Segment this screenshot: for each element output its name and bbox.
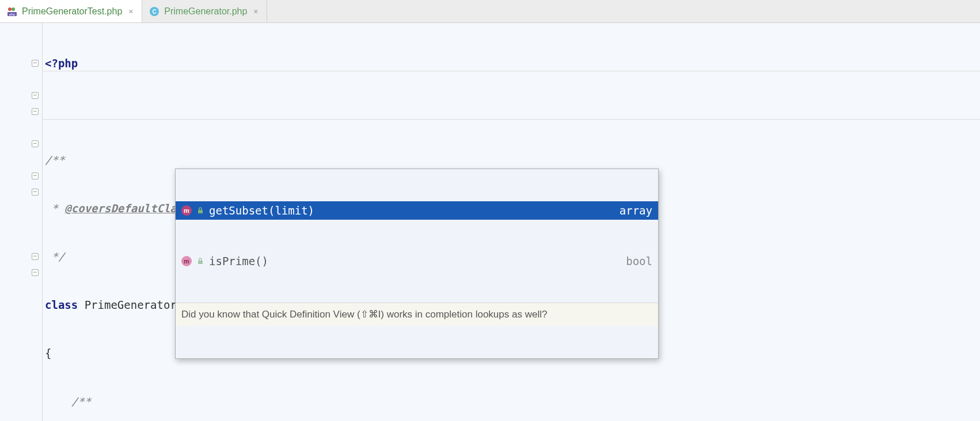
close-icon[interactable]: ×: [127, 7, 135, 16]
tab-label: PrimeGeneratorTest.php: [22, 6, 122, 17]
tab-bar: php PrimeGeneratorTest.php × C PrimeGene…: [0, 0, 980, 23]
completion-item-isprime[interactable]: m isPrime() bool: [176, 252, 658, 270]
code-token: @coversDefaultClass: [64, 202, 189, 215]
code-editor[interactable]: <?php /** * @coversDefaultClass PrimeGen…: [43, 23, 980, 421]
code-token: */: [45, 250, 64, 263]
fold-marker-icon[interactable]: [32, 269, 39, 276]
code-token: <?php: [45, 57, 78, 70]
editor-area: <?php /** * @coversDefaultClass PrimeGen…: [0, 23, 980, 421]
completion-tip: Did you know that Quick Definition View …: [176, 303, 658, 326]
completion-item-getsubset[interactable]: m getSubset(limit) array: [176, 201, 658, 220]
fold-marker-icon[interactable]: [32, 140, 39, 147]
close-icon[interactable]: ×: [252, 7, 260, 16]
svg-text:php: php: [9, 13, 16, 16]
fold-marker-icon[interactable]: [32, 173, 39, 179]
lock-icon: [196, 257, 204, 265]
completion-type: bool: [626, 253, 652, 269]
code-token: /**: [45, 395, 91, 408]
svg-point-3: [12, 7, 15, 11]
lock-icon: [196, 206, 204, 215]
fold-marker-icon[interactable]: [32, 253, 39, 260]
fold-marker-icon[interactable]: [32, 108, 39, 115]
fold-marker-icon[interactable]: [32, 60, 39, 67]
method-icon: m: [181, 256, 192, 266]
php-test-file-icon: php: [7, 6, 17, 17]
fold-marker-icon[interactable]: [32, 189, 39, 196]
svg-rect-7: [198, 261, 203, 264]
code-token: /**: [45, 154, 64, 166]
svg-text:C: C: [153, 9, 157, 15]
svg-rect-6: [198, 210, 203, 213]
method-icon: m: [181, 205, 192, 216]
code-token: class: [45, 298, 78, 311]
php-class-file-icon: C: [149, 6, 159, 17]
fold-marker-icon[interactable]: [32, 92, 39, 99]
completion-type: array: [620, 202, 652, 219]
completion-label: isPrime(): [209, 253, 621, 269]
svg-point-2: [8, 7, 12, 11]
tab-prime-generator[interactable]: C PrimeGenerator.php ×: [142, 0, 267, 22]
code-token: *: [45, 202, 64, 215]
gutter: [0, 23, 43, 421]
tab-prime-generator-test[interactable]: php PrimeGeneratorTest.php ×: [0, 0, 142, 22]
completion-label: getSubset(limit): [209, 202, 615, 219]
completion-popup: m getSubset(limit) array m isPrime() boo…: [175, 169, 659, 359]
code-token: {: [45, 347, 51, 359]
tab-label: PrimeGenerator.php: [164, 6, 247, 17]
